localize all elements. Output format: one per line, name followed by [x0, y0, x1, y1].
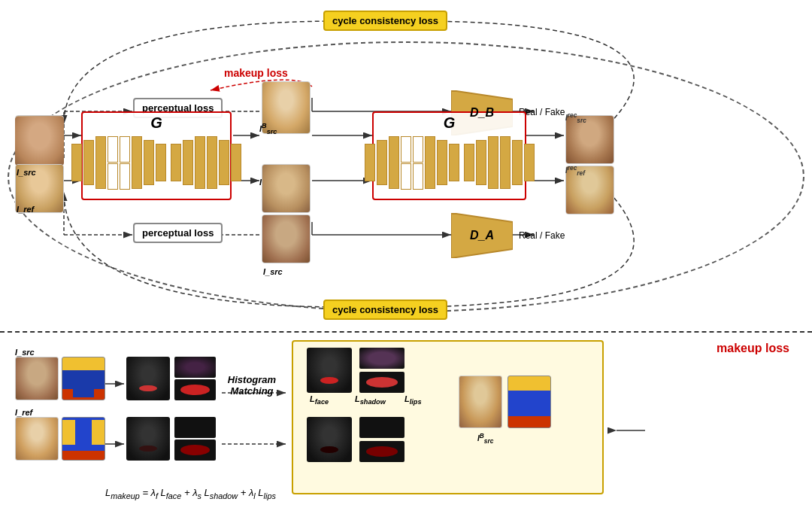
- yellow-box-seg-isrc-b: [508, 376, 551, 428]
- yellow-box-eye-top: [359, 348, 404, 369]
- iref-label: I_ref: [17, 205, 34, 214]
- dark-lip-2: [174, 439, 216, 461]
- yellow-isrc-b-label: IBsrc: [477, 432, 493, 445]
- isrc-rec-label: Irecsrc: [565, 111, 586, 124]
- bottom-iref-label: I_ref: [15, 408, 32, 417]
- real-fake-bottom: Real / Fake: [519, 230, 565, 241]
- dark-eye-1: [174, 357, 216, 378]
- face-isrc-center-bottom: [262, 214, 311, 263]
- yellow-box-dark-face-bottom: [307, 417, 352, 462]
- isrc-label: I_src: [17, 168, 36, 177]
- yellow-box-isrc-b: [459, 376, 502, 428]
- l-lips-label: Llips: [404, 394, 422, 406]
- yellow-box-lip-bottom: [359, 441, 404, 462]
- dark-lip-1: [174, 379, 216, 400]
- yellow-box-lip-top: [359, 372, 404, 393]
- makeup-loss-bottom-label: makeup loss: [717, 342, 789, 355]
- discriminator-da: D_A: [451, 213, 513, 258]
- dark-face-1: [126, 357, 170, 400]
- cycle-loss-top: cycle consistency loss: [323, 11, 447, 31]
- perceptual-loss-bottom: perceptual loss: [133, 223, 223, 243]
- bottom-seg-iref: [62, 417, 105, 461]
- dark-eye-2: [174, 417, 216, 438]
- formula: Lmakeup = λf Lface + λs Lshadow + λl Lli…: [105, 487, 276, 500]
- network-g-right: G: [372, 111, 526, 200]
- face-isrc-left-overlay: [15, 117, 64, 166]
- l-face-label: Lface: [310, 394, 329, 406]
- bottom-seg-isrc: [62, 357, 105, 400]
- main-container: cycle consistency loss cycle consistency…: [0, 0, 812, 517]
- iref-rec-label: Irecref: [565, 164, 585, 177]
- bottom-isrc-label: I_src: [15, 348, 35, 357]
- dark-face-2: [126, 417, 170, 461]
- cycle-loss-bottom: cycle consistency loss: [323, 300, 447, 320]
- yellow-box-dark-face-top: [307, 348, 352, 393]
- bottom-face-isrc: [15, 357, 59, 400]
- yellow-loss-box: Lface Lshadow Llips: [292, 340, 604, 494]
- bottom-section: makeup loss I_src I_ref: [0, 331, 812, 517]
- network-g-left: G: [81, 111, 232, 200]
- histogram-matching-label: Histogram Matching: [222, 374, 282, 397]
- bottom-face-iref: [15, 417, 59, 461]
- l-shadow-label: Lshadow: [355, 394, 386, 406]
- isrc-center-bottom-label: I_src: [263, 267, 283, 276]
- face-irefa-center: [262, 164, 311, 213]
- top-section: cycle consistency loss cycle consistency…: [0, 0, 812, 331]
- yellow-box-eye-bottom: [359, 417, 404, 438]
- makeup-loss-label: makeup loss: [224, 66, 288, 80]
- isrc-b-label: IBsrc: [259, 122, 277, 135]
